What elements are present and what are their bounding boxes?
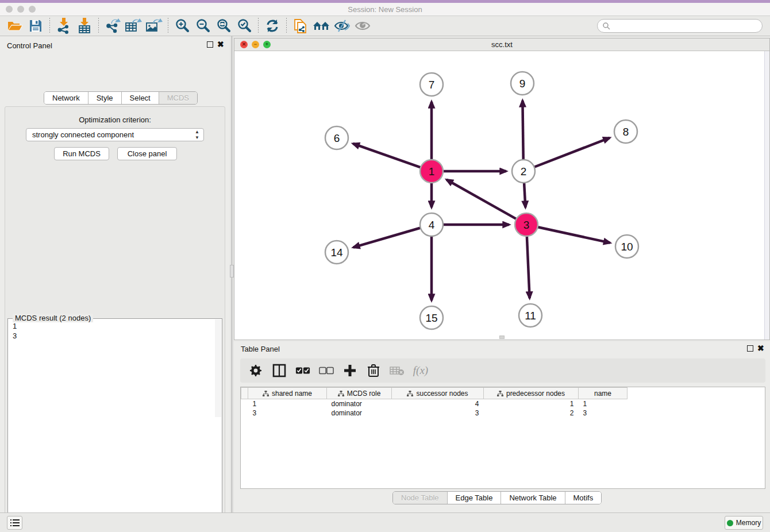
edge-2-9[interactable] <box>522 101 523 161</box>
zoom-selected-icon[interactable] <box>234 17 255 34</box>
cell-MCDS-role[interactable]: dominator <box>327 408 392 418</box>
graph-node-label-14: 14 <box>330 246 343 259</box>
cell-name[interactable]: 3 <box>579 408 627 418</box>
show-all-eye-icon[interactable] <box>352 17 373 34</box>
toolbar-separator <box>49 18 50 34</box>
toolbar-separator <box>258 18 259 34</box>
clone-network-icon[interactable] <box>290 17 311 34</box>
float-panel-icon[interactable] <box>207 41 213 48</box>
column-header-name[interactable]: name <box>579 388 627 399</box>
tab-style[interactable]: Style <box>88 92 122 104</box>
status-bar: Memory <box>0 512 770 532</box>
cell-shared-name[interactable]: 1 <box>248 399 327 408</box>
cell-predecessor-nodes[interactable]: 1 <box>484 399 579 408</box>
network-vertical-scrollbar[interactable] <box>764 51 769 340</box>
splitter-handle[interactable] <box>230 265 234 277</box>
column-header-MCDS-role[interactable]: MCDS role <box>327 388 392 399</box>
edge-4-14[interactable] <box>353 228 422 248</box>
close-table-panel-icon[interactable]: ✖ <box>757 345 764 352</box>
cell-successor-nodes[interactable]: 4 <box>392 399 484 408</box>
table-row[interactable]: 1dominator411 <box>241 399 627 408</box>
edge-3-11[interactable] <box>527 235 530 298</box>
save-icon[interactable] <box>25 17 46 34</box>
mcds-result-box: MCDS result (2 nodes) 1 3 <box>7 318 222 532</box>
import-network-icon[interactable] <box>53 17 74 34</box>
export-table-icon[interactable] <box>123 17 144 34</box>
edge-2-3[interactable] <box>524 182 525 207</box>
edge-3-1[interactable] <box>446 180 517 219</box>
table-panel: Table Panel ✖ f(x) shared nameMCDS roles… <box>234 342 770 512</box>
task-history-button[interactable] <box>7 516 22 530</box>
delete-column-trash-icon[interactable] <box>366 363 381 378</box>
close-panel-icon[interactable]: ✖ <box>217 41 224 48</box>
delete-table-icon-disabled <box>390 363 405 378</box>
open-folder-icon[interactable] <box>5 17 25 34</box>
cell-MCDS-role[interactable]: dominator <box>327 399 392 408</box>
column-header-label: predecessor nodes <box>506 390 565 398</box>
column-header-shared-name[interactable]: shared name <box>248 388 327 399</box>
export-network-icon[interactable] <box>102 17 123 34</box>
run-mcds-button[interactable]: Run MCDS <box>54 147 109 160</box>
edge-3-10[interactable] <box>537 227 610 243</box>
network-frame-titlebar: ✕ − + scc.txt <box>234 38 769 51</box>
float-table-panel-icon[interactable] <box>747 345 753 352</box>
column-layout-icon[interactable] <box>272 363 287 378</box>
graph-node-label-3: 3 <box>523 219 530 231</box>
refresh-icon[interactable] <box>262 17 283 34</box>
cell-shared-name[interactable]: 3 <box>248 408 327 418</box>
network-resize-grip[interactable] <box>499 336 505 339</box>
toolbar-separator <box>286 18 287 34</box>
cell-successor-nodes[interactable]: 3 <box>392 408 484 418</box>
mcds-panel: Optimization criterion: strongly connect… <box>5 106 225 532</box>
mcds-result-text[interactable]: 1 3 <box>9 321 17 341</box>
network-graph-canvas[interactable]: 7968124314101511 <box>234 51 769 340</box>
edge-1-6[interactable] <box>353 144 422 168</box>
graph-node-label-4: 4 <box>429 219 435 231</box>
network-frame-title: scc.txt <box>234 40 769 49</box>
toolbar-separator <box>168 18 168 34</box>
zoom-out-icon[interactable] <box>192 17 213 34</box>
graph-node-label-6: 6 <box>334 132 340 144</box>
control-panel-title: Control Panel <box>7 41 52 50</box>
add-column-icon[interactable] <box>342 363 357 378</box>
cell-name[interactable]: 1 <box>579 399 627 408</box>
hide-selected-eye-icon[interactable] <box>332 17 352 34</box>
tab-motifs[interactable]: Motifs <box>565 492 602 504</box>
column-header-successor-nodes[interactable]: successor nodes <box>392 388 484 399</box>
memory-button[interactable]: Memory <box>725 516 763 530</box>
first-neighbors-icon[interactable] <box>311 17 332 34</box>
edge-2-8[interactable] <box>533 138 610 168</box>
node-table[interactable]: shared nameMCDS rolesuccessor nodesprede… <box>240 387 765 489</box>
column-header-label: MCDS role <box>347 390 381 398</box>
graph-node-label-7: 7 <box>429 79 435 91</box>
tab-mcds[interactable]: MCDS <box>159 92 197 104</box>
zoom-fit-icon[interactable] <box>213 17 234 34</box>
row-gutter-cell <box>241 408 248 418</box>
close-panel-button[interactable]: Close panel <box>117 147 177 160</box>
settings-gear-icon[interactable] <box>248 363 263 378</box>
result-scrollbar[interactable] <box>215 319 221 417</box>
row-gutter-cell <box>241 399 248 408</box>
graph-node-label-11: 11 <box>525 310 536 322</box>
select-all-checkboxes-icon[interactable] <box>295 363 310 378</box>
import-table-icon[interactable] <box>74 17 95 34</box>
tab-select[interactable]: Select <box>122 92 159 104</box>
tab-network-table[interactable]: Network Table <box>501 492 565 504</box>
memory-label: Memory <box>736 519 761 527</box>
export-image-icon[interactable] <box>144 17 164 34</box>
tab-network[interactable]: Network <box>44 92 88 104</box>
column-header-label: shared name <box>272 390 312 398</box>
panel-splitter[interactable] <box>230 36 234 512</box>
graph-node-label-2: 2 <box>521 165 527 178</box>
cell-predecessor-nodes[interactable]: 2 <box>484 408 579 418</box>
table-toolbar: f(x) <box>240 358 765 383</box>
tab-edge-table[interactable]: Edge Table <box>448 492 502 504</box>
zoom-in-icon[interactable] <box>172 17 192 34</box>
tab-node-table[interactable]: Node Table <box>393 492 448 504</box>
memory-status-icon <box>727 520 733 526</box>
table-row[interactable]: 3dominator323 <box>241 408 627 418</box>
deselect-checkboxes-icon[interactable] <box>319 363 334 378</box>
column-header-predecessor-nodes[interactable]: predecessor nodes <box>484 388 579 399</box>
criterion-select[interactable]: strongly connected component ▲▼ <box>26 128 204 141</box>
search-input[interactable] <box>597 19 763 33</box>
